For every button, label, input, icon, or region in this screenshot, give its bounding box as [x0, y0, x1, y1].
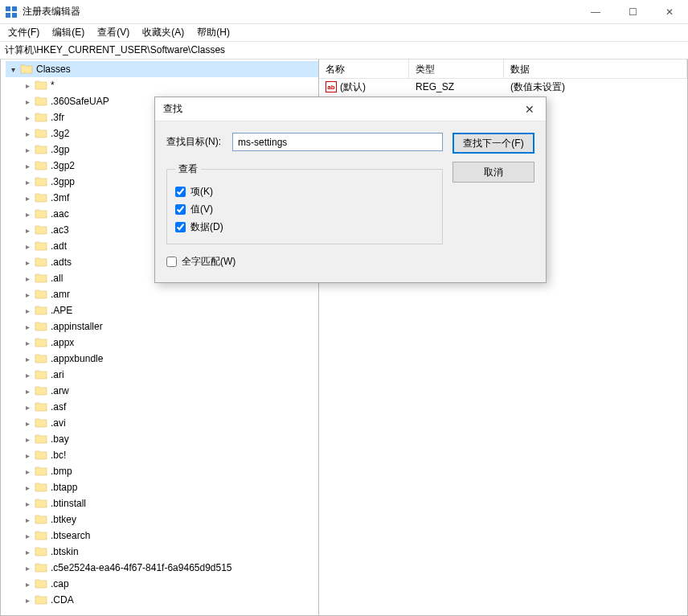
menu-view[interactable]: 查看(V)	[94, 24, 133, 41]
tree-label: .bay	[51, 433, 69, 445]
col-name[interactable]: 名称	[319, 60, 409, 78]
expander-icon[interactable]: ▸	[22, 562, 33, 573]
tree-node[interactable]: ▸.btkey	[6, 511, 318, 528]
tree-label: .asf	[51, 401, 66, 413]
expander-icon[interactable]: ▸	[22, 128, 33, 139]
value-type: REG_SZ	[409, 81, 504, 92]
tree-label: .appxbundle	[51, 353, 103, 364]
tree-label: *	[51, 80, 55, 91]
tree-node[interactable]: ▸.APE	[6, 302, 318, 318]
expander-icon[interactable]: ▸	[22, 417, 33, 429]
chk-keys-label: 项(K)	[190, 185, 213, 199]
maximize-button[interactable]: ☐	[614, 0, 651, 24]
expander-icon[interactable]: ▸	[22, 305, 33, 316]
tree-label: .3g2	[51, 128, 69, 139]
expander-icon[interactable]: ▸	[22, 514, 33, 525]
expander-icon[interactable]: ▸	[22, 208, 33, 220]
expander-icon[interactable]: ▸	[22, 466, 33, 477]
expander-icon[interactable]: ▸	[22, 385, 33, 396]
value-row[interactable]: ab (默认) REG_SZ (数值未设置)	[319, 79, 687, 95]
tree-label: .btsearch	[51, 530, 90, 541]
find-next-button[interactable]: 查找下一个(F)	[453, 133, 534, 154]
dialog-close-button[interactable]: ✕	[514, 97, 546, 121]
tree-label: .bc!	[51, 450, 66, 461]
expander-icon[interactable]: ▸	[22, 192, 33, 203]
col-data[interactable]: 数据	[504, 60, 687, 78]
expander-icon[interactable]: ▸	[22, 530, 33, 541]
tree-node[interactable]: ▸.btapp	[6, 479, 318, 495]
tree-node[interactable]: ▸.btinstall	[6, 495, 318, 511]
expander-icon[interactable]: ▸	[22, 401, 33, 413]
tree-node-classes[interactable]: ▾Classes	[6, 61, 318, 77]
expander-icon[interactable]: ▸	[22, 546, 33, 557]
expander-icon[interactable]: ▸	[22, 176, 33, 187]
tree-label: .3gpp	[51, 176, 75, 187]
expander-icon[interactable]: ▸	[22, 498, 33, 509]
expander-icon[interactable]: ▸	[22, 273, 33, 284]
tree-label: .CDA	[51, 594, 74, 606]
expander-icon[interactable]: ▸	[22, 96, 33, 107]
menu-edit[interactable]: 编辑(E)	[49, 24, 88, 41]
tree-node[interactable]: ▸.bmp	[6, 463, 318, 479]
address-bar[interactable]: 计算机\HKEY_CURRENT_USER\Software\Classes	[0, 42, 688, 60]
tree-label: .btapp	[51, 482, 77, 493]
expander-icon[interactable]: ▸	[22, 257, 33, 268]
tree-label: .3gp	[51, 144, 69, 155]
expander-icon[interactable]: ▸	[22, 321, 33, 332]
expander-icon[interactable]: ▸	[22, 353, 33, 364]
expander-icon[interactable]: ▸	[22, 482, 33, 493]
expander-icon[interactable]: ▸	[22, 224, 33, 236]
menu-favorites[interactable]: 收藏夹(A)	[139, 24, 187, 41]
expander-icon[interactable]: ▸	[22, 160, 33, 171]
tree-node[interactable]: ▸.c5e2524a-ea46-4f67-841f-6a9465d9d515	[6, 560, 318, 576]
tree-node[interactable]: ▸.bay	[6, 431, 318, 447]
tree-node[interactable]: ▸*	[6, 77, 318, 93]
chk-whole-word[interactable]	[166, 257, 177, 267]
tree-label: .btkey	[51, 514, 76, 525]
chk-values[interactable]	[175, 204, 186, 215]
tree-node[interactable]: ▸.cap	[6, 576, 318, 592]
minimize-button[interactable]: —	[577, 0, 614, 24]
expander-icon[interactable]: ▸	[22, 240, 33, 252]
tree-node[interactable]: ▸.btskin	[6, 544, 318, 560]
expander-icon[interactable]: ▸	[22, 289, 33, 300]
tree-node[interactable]: ▸.avi	[6, 415, 318, 431]
dialog-titlebar[interactable]: 查找 ✕	[155, 97, 546, 121]
expander-icon[interactable]: ▾	[7, 64, 18, 75]
tree-node[interactable]: ▸.CDA	[6, 592, 318, 608]
tree-node[interactable]: ▸.ari	[6, 367, 318, 383]
cancel-button[interactable]: 取消	[453, 162, 534, 183]
chk-keys[interactable]	[175, 187, 186, 197]
find-target-input[interactable]	[232, 133, 443, 151]
expander-icon[interactable]: ▸	[22, 450, 33, 461]
expander-icon[interactable]: ▸	[22, 337, 33, 348]
tree-node[interactable]: ▸.bc!	[6, 447, 318, 463]
tree-node[interactable]: ▸.arw	[6, 383, 318, 399]
menu-file[interactable]: 文件(F)	[5, 24, 43, 41]
menu-help[interactable]: 帮助(H)	[194, 24, 233, 41]
chk-data[interactable]	[175, 222, 186, 232]
tree-node[interactable]: ▸.appx	[6, 335, 318, 351]
expander-icon[interactable]: ▸	[22, 578, 33, 589]
col-type[interactable]: 类型	[409, 60, 504, 78]
tree-node[interactable]: ▸.asf	[6, 399, 318, 415]
tree-node[interactable]: ▸.btsearch	[6, 528, 318, 544]
expander-icon[interactable]: ▸	[22, 112, 33, 123]
expander-icon[interactable]: ▸	[22, 594, 33, 606]
tree-label: .avi	[51, 417, 66, 429]
expander-icon[interactable]: ▸	[22, 144, 33, 155]
tree-node[interactable]: ▸.appinstaller	[6, 318, 318, 335]
window-title: 注册表编辑器	[23, 5, 80, 18]
find-scope-legend: 查看	[175, 162, 201, 176]
expander-icon[interactable]: ▸	[22, 80, 33, 91]
find-dialog: 查找 ✕ 查找目标(N): 查看 项(K) 值(V) 数据(D) 全字匹配(W)…	[154, 97, 547, 283]
tree-label: .all	[51, 273, 63, 284]
tree-label: .adt	[51, 240, 67, 252]
dialog-title-text: 查找	[163, 102, 182, 116]
tree-label: .APE	[51, 305, 72, 316]
tree-node[interactable]: ▸.amr	[6, 286, 318, 302]
expander-icon[interactable]: ▸	[22, 369, 33, 380]
close-button[interactable]: ✕	[651, 0, 688, 24]
expander-icon[interactable]: ▸	[22, 433, 33, 445]
tree-node[interactable]: ▸.appxbundle	[6, 351, 318, 367]
